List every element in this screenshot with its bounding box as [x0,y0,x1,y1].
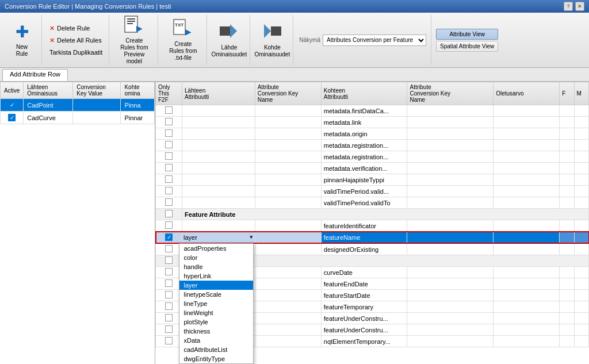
attr-table-row[interactable]: ✓ layer ▼ featureName [156,232,589,243]
svg-text:TXT: TXT [175,22,183,28]
rule-table-row[interactable]: ✓ CadCurve Pinnar [1,112,155,124]
attr-view-group: Attribute View Spatial Attribute View [433,15,502,65]
dropdown-option[interactable]: handle [179,262,253,271]
row-kohdekey [407,151,494,163]
row-attrkey [255,244,321,255]
row-kohdekey [407,197,494,209]
dropdown-option[interactable]: lineType [179,299,253,308]
dropdown-option[interactable]: thickness [179,327,253,336]
row-check[interactable] [156,174,182,186]
tarkista-duplikaatit-button[interactable]: Tarkista Duplikaatit [47,47,105,58]
row-kohde: metadata.verification... [321,163,407,174]
right-panel[interactable]: OnlyThisF2F LähteenAttribuutti Attribute… [155,82,589,364]
row-kohdekey [407,128,494,140]
attr-col-lahde: LähteenAttribuutti [182,82,255,105]
row-check[interactable] [156,105,182,117]
row-f [560,324,574,336]
attr-table-row[interactable]: metadata.firstDataCa... [156,105,589,117]
attribute-view-button[interactable]: Attribute View [436,29,498,40]
rule-conv-key [73,112,121,124]
attr-table-row[interactable]: metadata.registration... [156,151,589,163]
kohde-button[interactable]: Kohde Ominaisuudet [255,20,289,60]
dropdown-option[interactable]: lineWeight [179,308,253,317]
attr-table-row[interactable]: validTimePeriod.valid... [156,186,589,197]
rule-table-row[interactable]: ✓ CadPoint Pinna [1,99,155,112]
lahde-button[interactable]: Lähde Ominaisuudet [212,20,246,60]
row-check[interactable] [156,128,182,140]
dropdown-option[interactable]: acadProperties [179,244,253,253]
row-kohdekey [407,324,494,336]
row-m [574,174,588,186]
spatial-attribute-view-button[interactable]: Spatial Attribute View [436,41,498,52]
dropdown-option[interactable]: color [179,253,253,262]
row-attrkey [255,220,321,232]
dropdown-option[interactable]: plotStyle [179,317,253,327]
row-m [574,313,588,324]
row-check[interactable] [156,140,182,151]
svg-marker-10 [264,24,271,38]
rule-conv-key [73,99,121,112]
add-attribute-row-tab[interactable]: Add Attribute Row [2,69,68,81]
row-check[interactable] [156,197,182,209]
row-kohde: featureIdentificator [321,220,407,232]
rule-active-checkbox[interactable]: ✓ [1,99,24,112]
row-oletus [494,117,560,128]
dropdown-option[interactable]: xData [179,336,253,345]
help-button[interactable]: ? [564,2,573,11]
nakyma-row: Näkymä Attributes Conversion per Feature… [299,35,426,46]
row-f [560,244,574,255]
attr-table-row[interactable]: validTimePeriod.validTo [156,197,589,209]
main-area: Active LähteenOminaisuus ConversionKey V… [0,82,589,364]
row-check[interactable] [156,117,182,128]
delete-rule-label: Delete Rule [57,25,90,32]
row-kohde: metadata.link [321,117,407,128]
attr-table-row[interactable]: metadata.verification... [156,163,589,174]
row-oletus [494,267,560,278]
dropdown-option[interactable]: linetypeScale [179,290,253,299]
row-m [574,186,588,197]
title-controls: ? ✕ [564,2,584,11]
row-m [574,301,588,313]
attr-table-row[interactable]: metadata.origin [156,128,589,140]
rule-active-checkbox[interactable]: ✓ [1,112,24,124]
tab-bar: Add Attribute Row [0,68,589,82]
attr-table-row[interactable]: metadata.registration... [156,140,589,151]
row-lahde [182,163,255,174]
row-kohdekey [407,117,494,128]
kohde-label: Kohde Ominaisuudet [254,44,290,58]
row-check[interactable] [156,186,182,197]
row-attrkey [255,105,321,117]
close-button[interactable]: ✕ [575,2,584,11]
attribute-view-label: Attribute View [449,31,485,37]
row-oletus [494,313,560,324]
nakyma-select[interactable]: Attributes Conversion per Feature Rules … [323,35,426,46]
row-kohde: metadata.firstDataCa... [321,105,407,117]
attr-table-row[interactable]: metadata.link [156,117,589,128]
row-attrkey [255,267,321,278]
create-rules-txt-button[interactable]: TXT ▶ Create Rules from.txt-file [163,20,203,60]
delete-group: ✕ Delete Rule ✕ Delete All Rules Tarkist… [43,15,109,65]
row-kohde: metadata.registration... [321,140,407,151]
new-rule-button[interactable]: ✚ New Rule [6,20,38,60]
edit-lahde[interactable]: layer ▼ [182,232,255,243]
row-check[interactable] [156,220,182,232]
edit-kohde: featureName [321,232,407,243]
attr-table-row[interactable]: Feature Attribute [156,209,589,220]
row-check[interactable] [156,163,182,174]
dropdown-option[interactable]: hyperLink [179,271,253,281]
create-rules-preview-button[interactable]: ▶ Create Rules fromPreview model [114,20,154,60]
attr-table-row[interactable]: pinnanHajapisteTyppi [156,174,589,186]
dropdown-option[interactable]: cadAttributeList [179,345,253,354]
delete-all-rules-button[interactable]: ✕ Delete All Rules [47,35,105,46]
row-kohdekey [407,105,494,117]
kohde-group: Kohde Ominaisuudet [251,15,293,65]
delete-rule-button[interactable]: ✕ Delete Rule [47,23,93,34]
dropdown-option[interactable]: layer [179,281,253,290]
row-attrkey [255,278,321,290]
row-m [574,105,588,117]
dropdown-option[interactable]: dwgEntityType [179,354,253,363]
attr-table-row[interactable]: featureIdentificator [156,220,589,232]
attr-col-only: OnlyThisF2F [156,82,182,105]
row-check[interactable] [156,151,182,163]
edit-check[interactable]: ✓ [156,232,182,243]
